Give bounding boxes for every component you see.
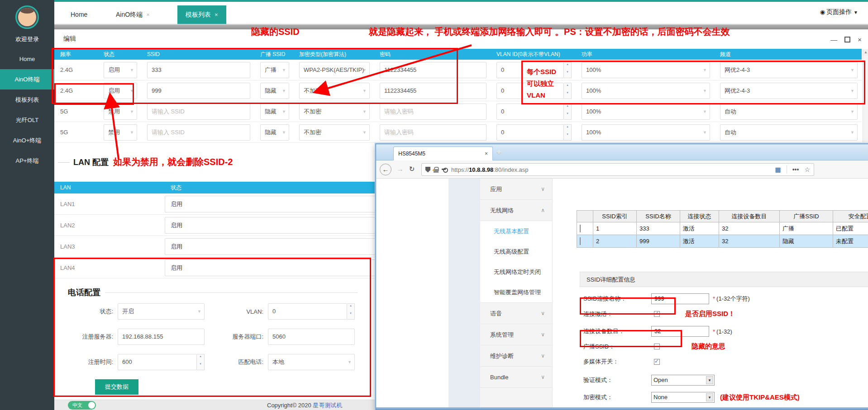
spin-up-icon[interactable]: ▲ <box>564 83 571 91</box>
spin-up-icon[interactable]: ▲ <box>564 104 571 112</box>
vertical-scrollbar[interactable]: ▲ <box>863 49 868 153</box>
url-text[interactable]: https://10.8.8.98:80/index.asp <box>451 166 775 173</box>
spin-down-icon[interactable]: ▼ <box>564 70 571 78</box>
phone-vlan-input[interactable]: 0 <box>268 303 347 320</box>
sidebar-item-template-list[interactable]: 模板列表 <box>0 90 54 110</box>
scroll-up-icon[interactable]: ▲ <box>863 49 868 56</box>
row-checkbox[interactable] <box>580 237 581 245</box>
avatar[interactable] <box>15 5 39 29</box>
broadcast-select[interactable]: 广播▼ <box>260 62 289 78</box>
spin-up-icon[interactable]: ▲ <box>564 125 571 132</box>
more-actions-icon[interactable]: ••• <box>792 166 799 173</box>
vlan-stepper[interactable]: ▲▼ <box>564 124 572 141</box>
spin-down-icon[interactable]: ▼ <box>347 311 354 319</box>
broadcast-ssid-checkbox[interactable] <box>654 344 660 349</box>
sidebar-item-aino-plus[interactable]: AinO+终端 <box>0 130 54 151</box>
reload-button[interactable]: ↻ <box>406 164 418 175</box>
submenu-wlan-advanced[interactable]: 无线高级配置 <box>480 241 552 262</box>
tab-aino-terminal[interactable]: AinO终端× <box>108 5 158 24</box>
key-permission-icon[interactable] <box>442 168 448 171</box>
vlan-input[interactable]: 0 <box>496 104 564 120</box>
menu-item-application[interactable]: 应用∨ <box>480 179 552 200</box>
encryption-select[interactable]: 不加密▼ <box>299 124 370 141</box>
channel-select[interactable]: 网优2-4-3▼ <box>720 62 858 78</box>
ssid-name-input[interactable]: 999 <box>651 293 709 304</box>
shield-icon[interactable] <box>425 167 430 173</box>
spin-up-icon[interactable]: ▲ <box>347 304 354 311</box>
status-select[interactable]: 启用▼ <box>104 83 137 99</box>
auth-mode-select[interactable]: Open▼ <box>651 375 715 386</box>
menu-item-bundle[interactable]: Bundle∨ <box>480 367 552 388</box>
edit-button[interactable]: 编辑 <box>63 35 76 43</box>
phone-match-select[interactable]: 本地▼ <box>268 354 355 370</box>
sidebar-item-aino-terminal[interactable]: AinO终端 <box>0 69 54 90</box>
spin-down-icon[interactable]: ▼ <box>197 362 204 370</box>
submenu-smart-coverage[interactable]: 智能覆盖网络管理 <box>480 282 552 302</box>
minimize-icon[interactable]: — <box>830 36 837 43</box>
status-select[interactable]: 禁用▼ <box>104 124 137 141</box>
power-select[interactable]: 100%▼ <box>582 62 710 78</box>
status-select[interactable]: 禁用▼ <box>104 104 137 120</box>
connection-active-checkbox[interactable] <box>654 311 660 317</box>
encryption-select[interactable]: WPA2-PSK(AES/TKIP)▼ <box>299 62 370 78</box>
broadcast-select[interactable]: 隐藏▼ <box>260 104 289 120</box>
password-input[interactable]: 请输入密码 <box>380 104 486 120</box>
device-count-input[interactable]: 32 <box>651 326 709 337</box>
tab-template-list[interactable]: 模板列表× <box>177 5 226 24</box>
ssid-input[interactable]: 请输入 SSID <box>147 104 250 120</box>
menu-item-voice[interactable]: 语音∨ <box>480 303 552 324</box>
close-icon[interactable]: × <box>146 11 150 18</box>
power-select[interactable]: 100%▼ <box>582 104 710 120</box>
encryption-mode-select[interactable]: None▼ <box>651 392 715 403</box>
multimedia-switch-checkbox[interactable] <box>654 359 660 365</box>
power-select[interactable]: 100%▼ <box>582 124 710 141</box>
spin-down-icon[interactable]: ▼ <box>564 91 571 99</box>
new-tab-button[interactable]: + <box>496 148 501 157</box>
url-bar[interactable]: https://10.8.8.98:80/index.asp ▦ ••• ☆ <box>421 163 814 176</box>
close-icon[interactable]: × <box>858 36 862 43</box>
spin-up-icon[interactable]: ▲ <box>197 354 204 362</box>
encryption-select[interactable]: 不加密▼ <box>299 83 370 99</box>
phone-vlan-stepper[interactable]: ▲▼ <box>347 303 355 320</box>
channel-select[interactable]: 网优2-4-3▼ <box>720 83 858 99</box>
encryption-select[interactable]: 不加密▼ <box>299 104 370 120</box>
phone-regtime-stepper[interactable]: ▲▼ <box>197 354 205 370</box>
ssid-input[interactable]: 999 <box>147 83 250 99</box>
phone-port-input[interactable]: 5060 <box>268 329 355 345</box>
status-select[interactable]: 启用▼ <box>104 62 137 78</box>
password-input[interactable]: 请输入密码 <box>380 124 486 141</box>
power-select[interactable]: 100%▼ <box>582 83 710 99</box>
submenu-wlan-basic[interactable]: 无线基本配置 <box>480 221 552 241</box>
qr-code-icon[interactable]: ▦ <box>775 166 781 173</box>
broadcast-select[interactable]: 隐藏▼ <box>260 124 289 141</box>
channel-select[interactable]: 自动▼ <box>720 104 858 120</box>
close-icon[interactable]: × <box>215 11 218 18</box>
browser-titlebar[interactable]: HS8545M5 × + <box>376 144 868 160</box>
vlan-stepper[interactable]: ▲▼ <box>564 104 572 120</box>
phone-regtime-input[interactable]: 600 <box>118 354 197 370</box>
broadcast-select[interactable]: 隐藏▼ <box>260 83 289 99</box>
menu-item-wireless[interactable]: 无线网络∧ <box>480 200 552 221</box>
lock-warning-icon[interactable] <box>434 169 439 173</box>
close-icon[interactable]: × <box>485 147 488 160</box>
site-link[interactable]: 星哥测试机 <box>313 402 342 409</box>
vlan-stepper[interactable]: ▲▼ <box>564 62 572 78</box>
password-input[interactable]: 1122334455 <box>380 62 486 78</box>
phone-status-select[interactable]: 开启▼ <box>118 303 205 320</box>
ssid-input[interactable]: 333 <box>147 62 250 78</box>
channel-select[interactable]: 自动▼ <box>720 124 858 141</box>
forward-button[interactable]: → <box>394 164 406 175</box>
spin-down-icon[interactable]: ▼ <box>564 132 571 140</box>
vlan-input[interactable]: 0 <box>496 124 564 141</box>
ssid-input[interactable]: 请输入 SSID <box>147 124 250 141</box>
tab-home[interactable]: Home <box>62 5 95 24</box>
submenu-wlan-schedule[interactable]: 无线网络定时关闭 <box>480 262 552 282</box>
menu-item-maintenance[interactable]: 维护诊断∨ <box>480 345 552 367</box>
row-checkbox[interactable] <box>580 225 581 232</box>
page-actions-button[interactable]: ◉页面操作▼ <box>820 8 858 16</box>
sidebar-item-fiber-olt[interactable]: 光纤OLT <box>0 110 54 130</box>
back-button[interactable]: ← <box>380 164 391 175</box>
sidebar-item-ap-terminal[interactable]: AP+终端 <box>0 151 54 171</box>
browser-tab[interactable]: HS8545M5 × <box>393 146 493 160</box>
bookmark-star-icon[interactable]: ☆ <box>804 166 810 173</box>
